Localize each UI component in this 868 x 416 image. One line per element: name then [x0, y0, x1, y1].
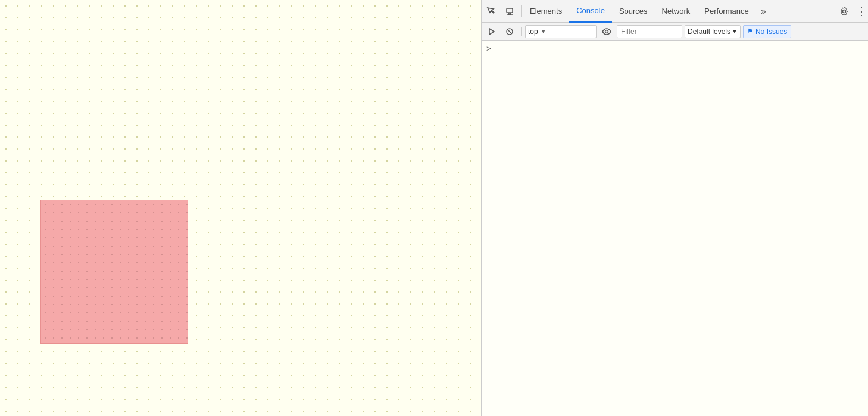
- device-icon: [505, 7, 515, 16]
- console-content: >: [482, 41, 868, 416]
- filter-input[interactable]: [617, 25, 682, 38]
- svg-marker-4: [489, 29, 494, 35]
- no-issues-label: No Issues: [755, 27, 787, 36]
- no-issues-button[interactable]: ⚑ No Issues: [743, 25, 791, 38]
- devtools-tab-bar: Elements Console Sources Network Perform…: [482, 0, 868, 23]
- ban-icon: [505, 27, 514, 36]
- tab-network[interactable]: Network: [655, 0, 698, 23]
- levels-label: Default levels: [688, 27, 730, 36]
- execute-script-button[interactable]: [484, 25, 499, 38]
- clear-console-button[interactable]: [502, 25, 517, 38]
- console-separator-1: [521, 27, 522, 36]
- tab-console[interactable]: Console: [569, 0, 612, 23]
- svg-line-6: [508, 29, 512, 33]
- device-toggle-button[interactable]: [501, 0, 520, 23]
- eye-icon: [602, 27, 611, 36]
- svg-point-3: [843, 10, 846, 13]
- devtools-panel: Elements Console Sources Network Perform…: [481, 0, 868, 416]
- context-value: top: [528, 27, 538, 36]
- inspect-icon: [486, 7, 496, 16]
- svg-point-7: [605, 30, 608, 33]
- svg-rect-0: [507, 8, 513, 13]
- console-prompt-row: >: [482, 43, 868, 54]
- live-expressions-button[interactable]: [599, 25, 614, 38]
- play-icon: [488, 27, 496, 36]
- inspect-element-button[interactable]: [482, 0, 501, 23]
- log-levels-selector[interactable]: Default levels ▼: [685, 25, 741, 38]
- tab-elements[interactable]: Elements: [523, 0, 569, 23]
- console-chevron-icon: >: [486, 44, 491, 53]
- devtools-more-button[interactable]: ⋮: [854, 0, 868, 23]
- gear-icon: [839, 7, 849, 16]
- tab-sources[interactable]: Sources: [612, 0, 655, 23]
- context-selector[interactable]: top ▼: [525, 25, 597, 38]
- page-area: [0, 0, 481, 416]
- tab-performance[interactable]: Performance: [697, 0, 755, 23]
- flag-icon: ⚑: [747, 27, 753, 35]
- context-arrow-icon: ▼: [541, 28, 547, 35]
- pink-box: [40, 200, 188, 344]
- more-icon: ⋮: [856, 5, 866, 18]
- more-tabs-button[interactable]: »: [756, 0, 771, 23]
- toolbar-separator-1: [521, 5, 522, 17]
- levels-arrow-icon: ▼: [732, 28, 738, 35]
- console-toolbar: top ▼ Default levels ▼ ⚑ No Issues: [482, 23, 868, 41]
- settings-button[interactable]: [835, 0, 854, 23]
